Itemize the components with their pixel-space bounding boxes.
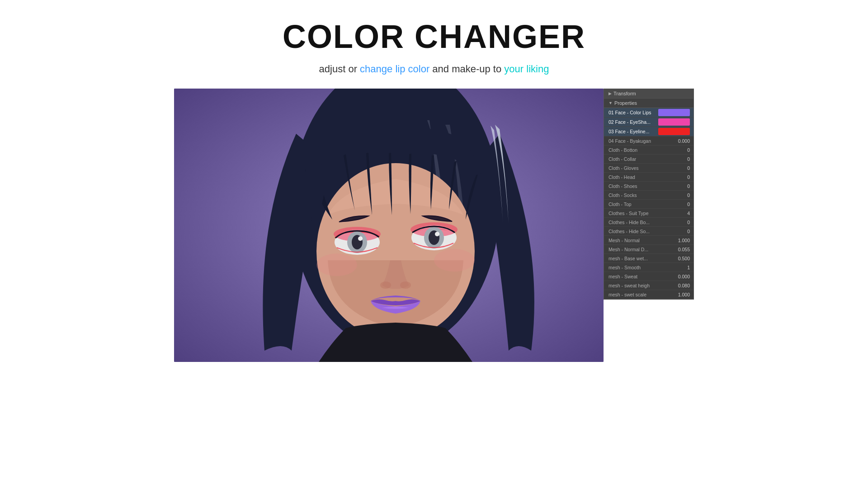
prop-row-mesh-sweat-heigh[interactable]: mesh - sweat heigh 0.080 xyxy=(604,281,693,290)
subtitle-link2[interactable]: your liking xyxy=(504,63,549,75)
character-illustration xyxy=(174,89,604,362)
transform-label: Transform xyxy=(613,91,636,96)
properties-label: Properties xyxy=(614,100,637,106)
prop-row-hide-bo[interactable]: Clothes - Hide Bo... 0 xyxy=(604,218,693,227)
properties-arrow: ▼ xyxy=(609,101,613,105)
prop-label-mesh-sweat-heigh: mesh - sweat heigh xyxy=(609,283,670,288)
prop-label-lips: 01 Face - Color Lips xyxy=(609,110,658,115)
prop-row-cloth-botton[interactable]: Cloth - Botton 0 xyxy=(604,145,693,155)
prop-row-hide-so[interactable]: Clothes - Hide So... 0 xyxy=(604,227,693,236)
prop-value-cloth-top: 0 xyxy=(670,202,690,207)
svg-point-14 xyxy=(435,232,439,236)
prop-value-cloth-botton: 0 xyxy=(670,147,690,153)
prop-row-mesh-normal-d[interactable]: Mesh - Normal D... 0.055 xyxy=(604,245,693,254)
prop-row-mesh-base-wet[interactable]: mesh - Base wet... 0.500 xyxy=(604,254,693,263)
properties-header[interactable]: ▼ Properties xyxy=(604,99,693,108)
prop-row-cloth-socks[interactable]: Cloth - Socks 0 xyxy=(604,191,693,200)
prop-row-cloth-top[interactable]: Cloth - Top 0 xyxy=(604,200,693,209)
svg-point-13 xyxy=(358,236,363,241)
subtitle-plain: adjust or xyxy=(319,63,360,75)
prop-label-cloth-socks: Cloth - Socks xyxy=(609,192,670,198)
prop-row-mesh-sweat[interactable]: mesh - Sweat 0.000 xyxy=(604,272,693,281)
prop-row-cloth-head[interactable]: Cloth - Head 0 xyxy=(604,173,693,182)
properties-panel: ▶ Transform ▼ Properties 01 Face - Color… xyxy=(604,89,694,300)
prop-label-eyeshadow: 02 Face - EyeSha... xyxy=(609,119,658,125)
prop-row-mesh-smooth[interactable]: mesh - Smooth 1 xyxy=(604,263,693,272)
prop-label-mesh-smooth: mesh - Smooth xyxy=(609,265,670,270)
prop-value-mesh-smooth: 1 xyxy=(670,265,690,270)
prop-label-mesh-sweat: mesh - Sweat xyxy=(609,274,670,279)
color-swatch-eyeliner[interactable] xyxy=(658,128,690,135)
subtitle-middle: and make-up to xyxy=(429,63,504,75)
prop-value-mesh-swet-scale: 1.000 xyxy=(670,292,690,297)
prop-value-mesh-normal: 1.000 xyxy=(670,238,690,243)
viewport[interactable]: ▶ xyxy=(174,89,604,362)
properties-rows: 01 Face - Color Lips 02 Face - EyeSha...… xyxy=(604,108,693,299)
subtitle-link1[interactable]: change lip color xyxy=(360,63,429,75)
prop-row-suit-type[interactable]: Clothes - Suit Type 4 xyxy=(604,209,693,218)
prop-value-mesh-sweat: 0.000 xyxy=(670,274,690,279)
color-swatch-eyeshadow[interactable] xyxy=(658,118,690,126)
page-title: COLOR CHANGER xyxy=(0,18,868,55)
prop-value-mesh-normal-d: 0.055 xyxy=(670,247,690,252)
prop-row-mesh-normal[interactable]: Mesh - Normal 1.000 xyxy=(604,236,693,245)
prop-row-mesh-swet-scale[interactable]: mesh - swet scale 1.000 xyxy=(604,290,693,299)
prop-value-hide-so: 0 xyxy=(670,229,690,234)
prop-label-byakugan: 04 Face - Byakugan xyxy=(609,138,670,144)
svg-point-18 xyxy=(434,249,475,272)
prop-label-hide-so: Clothes - Hide So... xyxy=(609,229,670,234)
prop-label-hide-bo: Clothes - Hide Bo... xyxy=(609,220,670,225)
color-swatch-lips[interactable] xyxy=(658,109,690,116)
prop-value-cloth-gloves: 0 xyxy=(670,165,690,171)
prop-label-cloth-shoes: Cloth - Shoes xyxy=(609,183,670,189)
prop-row-eyeliner[interactable]: 03 Face - Eyeline... xyxy=(604,127,693,136)
svg-point-15 xyxy=(380,282,391,289)
prop-value-suit-type: 4 xyxy=(670,211,690,216)
subtitle: adjust or change lip color and make-up t… xyxy=(0,63,868,75)
prop-label-mesh-normal: Mesh - Normal xyxy=(609,238,670,243)
prop-value-mesh-sweat-heigh: 0.080 xyxy=(670,283,690,288)
prop-label-cloth-gloves: Cloth - Gloves xyxy=(609,165,670,171)
prop-label-cloth-collar: Cloth - Collar xyxy=(609,156,670,162)
prop-label-cloth-head: Cloth - Head xyxy=(609,174,670,180)
prop-row-cloth-collar[interactable]: Cloth - Collar 0 xyxy=(604,155,693,164)
prop-row-cloth-shoes[interactable]: Cloth - Shoes 0 xyxy=(604,182,693,191)
prop-value-cloth-socks: 0 xyxy=(670,192,690,198)
prop-value-cloth-shoes: 0 xyxy=(670,183,690,189)
prop-row-cloth-gloves[interactable]: Cloth - Gloves 0 xyxy=(604,164,693,173)
prop-label-cloth-botton: Cloth - Botton xyxy=(609,147,670,153)
prop-row-lips[interactable]: 01 Face - Color Lips xyxy=(604,108,693,117)
prop-label-mesh-normal-d: Mesh - Normal D... xyxy=(609,247,670,252)
prop-row-eyeshadow[interactable]: 02 Face - EyeSha... xyxy=(604,117,693,127)
transform-header[interactable]: ▶ Transform xyxy=(604,89,693,99)
svg-point-16 xyxy=(400,282,411,289)
prop-value-cloth-collar: 0 xyxy=(670,156,690,162)
prop-label-mesh-base-wet: mesh - Base wet... xyxy=(609,256,670,261)
main-content: ▶ xyxy=(0,89,868,362)
prop-value-cloth-head: 0 xyxy=(670,174,690,180)
prop-label-mesh-swet-scale: mesh - swet scale xyxy=(609,292,670,297)
prop-row-byakugan[interactable]: 04 Face - Byakugan 0.000 xyxy=(604,136,693,145)
prop-label-eyeliner: 03 Face - Eyeline... xyxy=(609,129,658,134)
prop-label-cloth-top: Cloth - Top xyxy=(609,202,670,207)
prop-value-hide-bo: 0 xyxy=(670,220,690,225)
prop-value-byakugan: 0.000 xyxy=(670,138,690,144)
prop-value-mesh-base-wet: 0.500 xyxy=(670,256,690,261)
svg-point-17 xyxy=(316,253,357,276)
prop-label-suit-type: Clothes - Suit Type xyxy=(609,211,670,216)
transform-arrow: ▶ xyxy=(609,91,612,96)
